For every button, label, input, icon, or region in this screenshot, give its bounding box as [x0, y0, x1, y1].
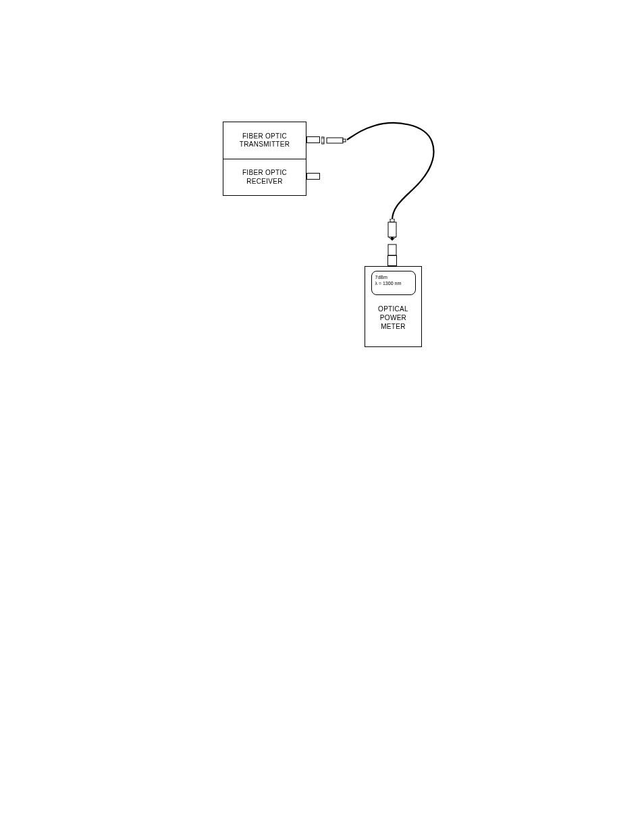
- svg-rect-5: [390, 219, 394, 222]
- meter-reading-power: 7dBm: [375, 274, 412, 280]
- meter-screen: 7dBm λ = 1300 nm: [371, 271, 416, 295]
- connector-vertical-icon: [387, 219, 398, 257]
- receiver-port: [306, 173, 320, 180]
- optical-power-meter: 7dBm λ = 1300 nm OPTICAL POWER METER: [365, 266, 422, 347]
- svg-rect-0: [321, 137, 324, 144]
- transceiver-box: FIBER OPTIC TRANSMITTER FIBER OPTIC RECE…: [223, 122, 306, 196]
- receiver-label-2: RECEIVER: [246, 178, 283, 186]
- fiber-optic-diagram: FIBER OPTIC TRANSMITTER FIBER OPTIC RECE…: [223, 122, 439, 358]
- meter-label-1: OPTICAL: [378, 305, 408, 313]
- meter-label-3: METER: [378, 322, 408, 331]
- meter-label: OPTICAL POWER METER: [378, 305, 408, 331]
- meter-reading-wavelength: λ = 1300 nm: [375, 280, 412, 286]
- svg-rect-3: [327, 138, 343, 143]
- fiber-optic-receiver-cell: FIBER OPTIC RECEIVER: [223, 159, 306, 195]
- transmitter-port: [306, 136, 320, 143]
- receiver-label-1: FIBER OPTIC: [242, 169, 287, 178]
- svg-rect-7: [391, 237, 394, 240]
- svg-rect-8: [388, 244, 396, 255]
- transmitter-label-1: FIBER OPTIC: [242, 132, 287, 141]
- fiber-optic-transmitter-cell: FIBER OPTIC TRANSMITTER: [223, 122, 306, 159]
- svg-rect-6: [388, 222, 396, 237]
- transmitter-label-2: TRANSMITTER: [240, 140, 290, 149]
- connector-adapter-icon: [321, 136, 348, 145]
- svg-rect-4: [343, 139, 346, 142]
- meter-label-2: POWER: [378, 313, 408, 322]
- meter-input-port: [387, 255, 397, 266]
